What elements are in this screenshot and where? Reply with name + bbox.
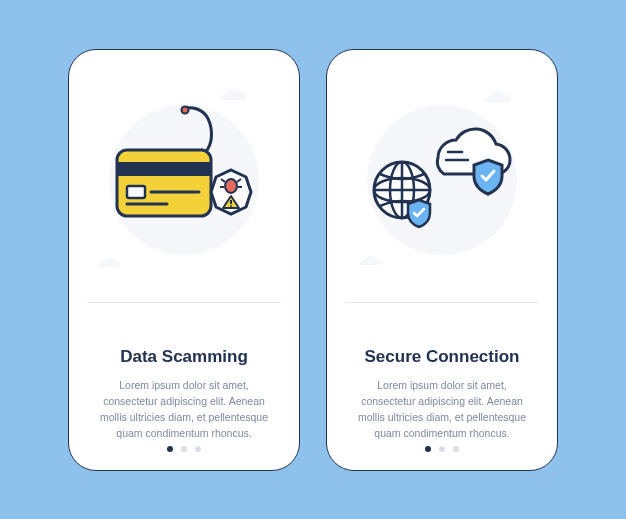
- card-title: Secure Connection: [365, 347, 520, 367]
- onboarding-card-data-scamming: Data Scamming Lorem ipsum dolor sit amet…: [68, 49, 300, 471]
- phishing-card-icon: [99, 100, 269, 260]
- page-indicator[interactable]: [167, 446, 201, 452]
- svg-point-0: [182, 106, 189, 113]
- card-description: Lorem ipsum dolor sit amet, consectetur …: [345, 377, 539, 442]
- cloud-shield-icon: [474, 160, 502, 194]
- onboarding-card-secure-connection: Secure Connection Lorem ipsum dolor sit …: [326, 49, 558, 471]
- card-title: Data Scamming: [120, 347, 248, 367]
- text-block: Secure Connection Lorem ipsum dolor sit …: [345, 302, 539, 454]
- page-dot-2[interactable]: [181, 446, 187, 452]
- svg-point-13: [230, 205, 232, 207]
- illustration-area: [86, 82, 282, 278]
- illustration-area: [344, 82, 540, 278]
- svg-point-7: [225, 179, 237, 193]
- page-indicator[interactable]: [425, 446, 459, 452]
- card-description: Lorem ipsum dolor sit amet, consectetur …: [87, 377, 281, 442]
- page-dot-3[interactable]: [453, 446, 459, 452]
- secure-connection-icon: [352, 100, 532, 260]
- page-dot-3[interactable]: [195, 446, 201, 452]
- globe-shield-icon: [408, 200, 430, 227]
- svg-rect-1: [117, 150, 211, 216]
- page-dot-1[interactable]: [425, 446, 431, 452]
- page-dot-2[interactable]: [439, 446, 445, 452]
- page-dot-1[interactable]: [167, 446, 173, 452]
- svg-rect-3: [127, 186, 145, 198]
- text-block: Data Scamming Lorem ipsum dolor sit amet…: [87, 302, 281, 454]
- svg-rect-2: [117, 162, 211, 176]
